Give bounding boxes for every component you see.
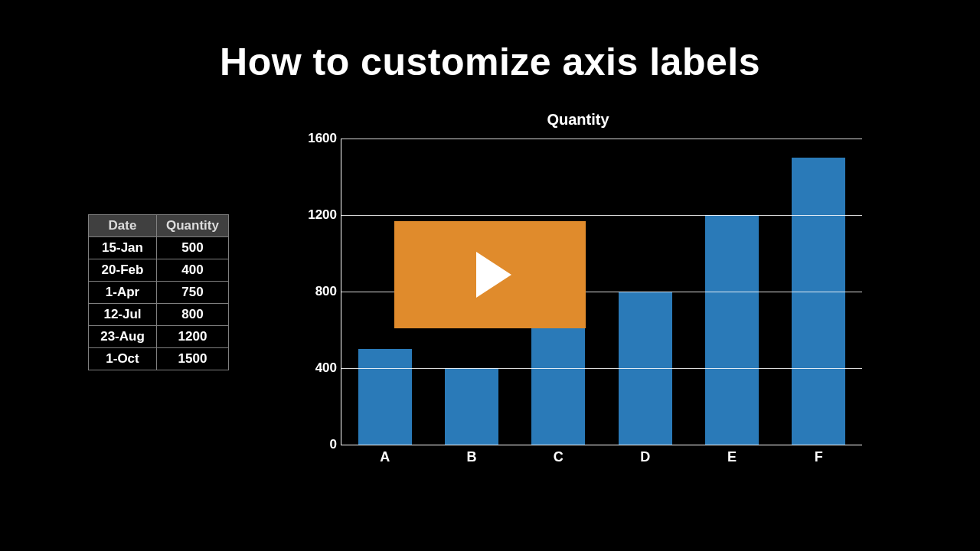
table-header-quantity: Quantity xyxy=(157,215,229,237)
data-table: Date Quantity 15-Jan50020-Feb4001-Apr750… xyxy=(88,214,229,370)
chart-bar xyxy=(445,368,498,445)
table-row: 12-Jul800 xyxy=(89,304,229,326)
chart-x-tick: D xyxy=(619,449,672,465)
chart-title: Quantity xyxy=(291,111,865,129)
chart-x-tick: A xyxy=(358,449,412,465)
chart-bar-slot: A xyxy=(358,349,412,445)
chart-bar xyxy=(792,158,845,445)
table-header-date: Date xyxy=(89,215,157,237)
chart-x-tick: C xyxy=(531,449,585,465)
table-cell: 1-Oct xyxy=(89,348,157,370)
table-row: 20-Feb400 xyxy=(89,259,229,282)
table-cell: 500 xyxy=(157,237,229,259)
chart-y-tick: 1200 xyxy=(302,207,337,223)
table-cell: 1200 xyxy=(157,326,229,348)
chart-bar xyxy=(358,349,412,445)
chart-x-tick: B xyxy=(445,449,498,465)
table-row: 1-Apr750 xyxy=(89,282,229,304)
chart-bar xyxy=(705,215,759,445)
table-cell: 1-Apr xyxy=(89,282,157,304)
table-cell: 12-Jul xyxy=(89,304,157,326)
table-cell: 1500 xyxy=(157,348,229,370)
play-icon xyxy=(476,252,511,298)
chart-gridline xyxy=(341,215,862,216)
table-cell: 20-Feb xyxy=(89,259,157,282)
page-title: How to customize axis labels xyxy=(0,40,980,84)
table-cell: 750 xyxy=(157,282,229,304)
chart-y-tick: 400 xyxy=(302,360,337,376)
chart-y-tick: 1600 xyxy=(302,131,337,146)
chart-gridline xyxy=(341,368,862,369)
table-cell: 23-Aug xyxy=(89,326,157,348)
chart-bar-slot: E xyxy=(705,215,759,445)
play-button[interactable] xyxy=(394,221,586,328)
table-cell: 400 xyxy=(157,259,229,282)
table-row: 23-Aug1200 xyxy=(89,326,229,348)
table-cell: 800 xyxy=(157,304,229,326)
table-cell: 15-Jan xyxy=(89,237,157,259)
chart-y-tick: 800 xyxy=(302,284,337,299)
chart-gridline xyxy=(341,139,862,139)
table-row: 15-Jan500 xyxy=(89,237,229,259)
chart-bar-slot: B xyxy=(445,368,498,445)
chart-x-tick: F xyxy=(792,449,845,465)
chart-bar-slot: F xyxy=(792,158,845,445)
chart-y-tick: 0 xyxy=(302,437,337,452)
table-row: 1-Oct1500 xyxy=(89,348,229,370)
chart-x-tick: E xyxy=(705,449,759,465)
